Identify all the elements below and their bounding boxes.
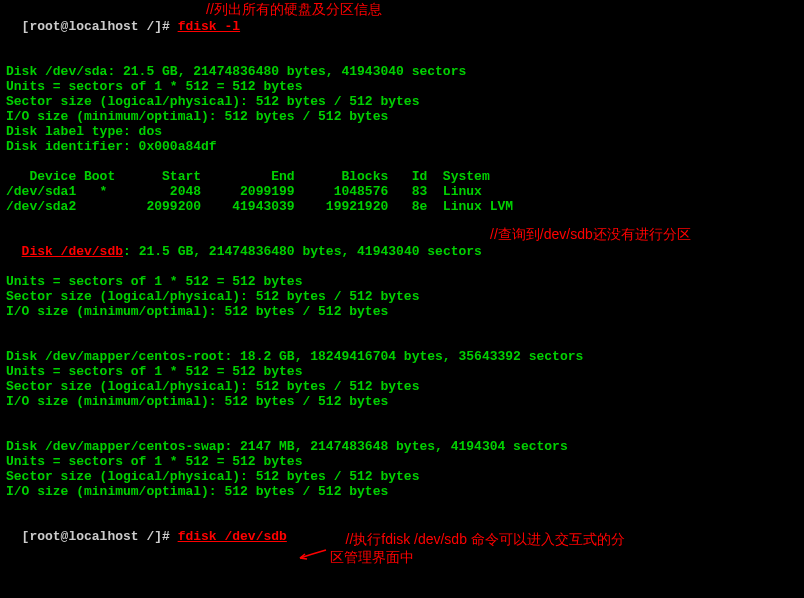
arrow-icon xyxy=(298,518,328,530)
prompt-prefix: [root@localhost /]# xyxy=(22,19,178,34)
output-line: Disk identifier: 0x000a84df xyxy=(6,139,798,154)
prompt-prefix: [root@localhost /]# xyxy=(22,529,178,544)
blank-line xyxy=(6,49,798,64)
blank-line xyxy=(6,409,798,424)
partition-table-row: /dev/sda1 * 2048 2099199 1048576 83 Linu… xyxy=(6,184,798,199)
partition-table-row: /dev/sda2 2099200 41943039 19921920 8e L… xyxy=(6,199,798,214)
annotation-2: //查询到/dev/sdb还没有进行分区 xyxy=(490,227,691,242)
output-line: Units = sectors of 1 * 512 = 512 bytes xyxy=(6,454,798,469)
output-line: Disk label type: dos xyxy=(6,124,798,139)
disk-sdb-rest: : 21.5 GB, 21474836480 bytes, 41943040 s… xyxy=(123,244,482,259)
output-line: Sector size (logical/physical): 512 byte… xyxy=(6,289,798,304)
blank-line xyxy=(6,319,798,334)
blank-line xyxy=(6,154,798,169)
output-line: I/O size (minimum/optimal): 512 bytes / … xyxy=(6,484,798,499)
disk-centos-root-header: Disk /dev/mapper/centos-root: 18.2 GB, 1… xyxy=(6,349,798,364)
output-line: Sector size (logical/physical): 512 byte… xyxy=(6,379,798,394)
output-line: Units = sectors of 1 * 512 = 512 bytes xyxy=(6,364,798,379)
disk-sda-header: Disk /dev/sda: 21.5 GB, 21474836480 byte… xyxy=(6,64,798,79)
disk-centos-swap-header: Disk /dev/mapper/centos-swap: 2147 MB, 2… xyxy=(6,439,798,454)
disk-sdb-header: Disk /dev/sdb: 21.5 GB, 21474836480 byte… xyxy=(6,229,798,274)
output-line: I/O size (minimum/optimal): 512 bytes / … xyxy=(6,394,798,409)
prompt-line-1[interactable]: [root@localhost /]# fdisk -l //列出所有的硬盘及分… xyxy=(6,4,798,49)
command-2: fdisk /dev/sdb xyxy=(178,529,287,544)
output-line: I/O size (minimum/optimal): 512 bytes / … xyxy=(6,304,798,319)
output-line: I/O size (minimum/optimal): 512 bytes / … xyxy=(6,109,798,124)
output-line: Units = sectors of 1 * 512 = 512 bytes xyxy=(6,274,798,289)
output-line: Sector size (logical/physical): 512 byte… xyxy=(6,469,798,484)
disk-sdb-underline: Disk /dev/sdb xyxy=(22,244,123,259)
prompt-line-2[interactable]: [root@localhost /]# fdisk /dev/sdb //执行f… xyxy=(6,514,798,548)
output-line: Units = sectors of 1 * 512 = 512 bytes xyxy=(6,79,798,94)
blank-line xyxy=(6,424,798,439)
annotation-3: //执行fdisk /dev/sdb 命令可以进入交互式的分区管理界面中 xyxy=(330,512,625,584)
annotation-1: //列出所有的硬盘及分区信息 xyxy=(206,2,382,17)
partition-table-header: Device Boot Start End Blocks Id System xyxy=(6,169,798,184)
output-line: Sector size (logical/physical): 512 byte… xyxy=(6,94,798,109)
blank-line xyxy=(6,334,798,349)
command-1: fdisk -l xyxy=(178,19,240,34)
